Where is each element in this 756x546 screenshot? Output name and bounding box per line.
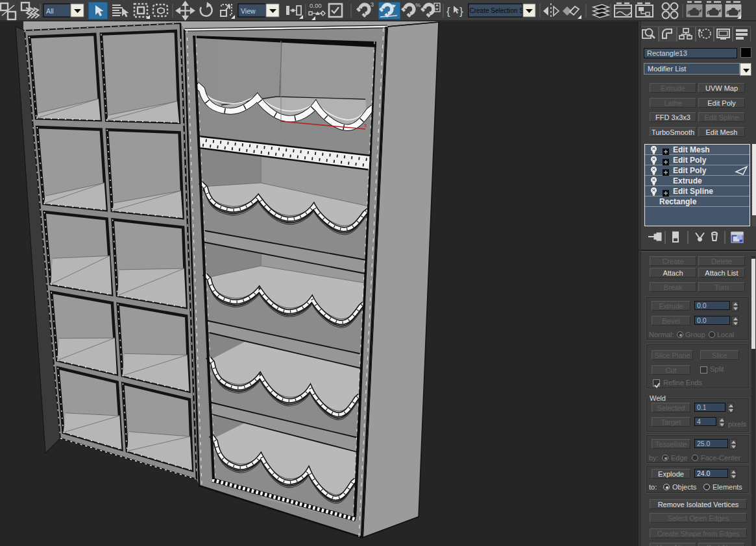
svg-text:0.00: 0.00	[310, 2, 322, 9]
svg-text:}: }	[459, 5, 463, 18]
svg-text:Create Selection Set: Create Selection Set	[470, 7, 530, 14]
svg-text:{: {	[446, 5, 450, 18]
svg-text:x: x	[364, 122, 367, 128]
svg-text:%: %	[415, 2, 421, 8]
svg-text:3: 3	[371, 1, 374, 8]
svg-text:View: View	[241, 7, 256, 15]
svg-text:All: All	[46, 7, 54, 15]
